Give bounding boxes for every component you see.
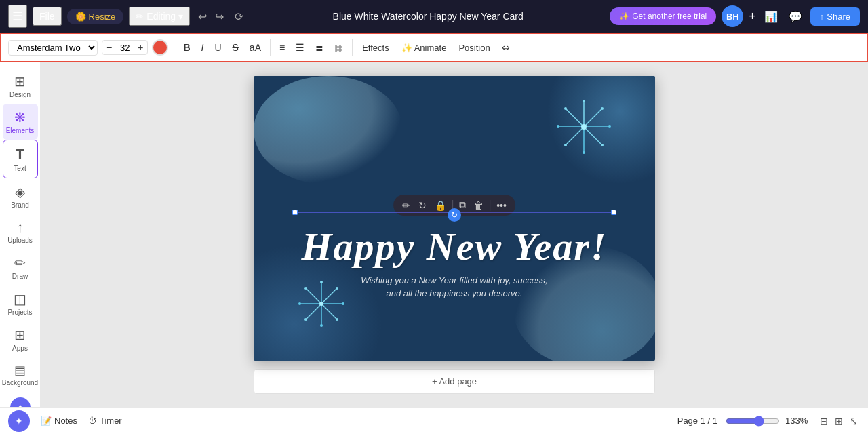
toolbar-separator-3: [352, 39, 353, 56]
menu-button[interactable]: ☰: [8, 5, 27, 28]
add-page-button[interactable]: + Add page: [254, 369, 655, 394]
transparency-button[interactable]: ▦: [331, 40, 347, 55]
svg-point-33: [319, 302, 323, 306]
italic-button[interactable]: I: [198, 40, 208, 55]
refresh-button[interactable]: ⟳: [232, 7, 246, 26]
canvas[interactable]: ✏ ↻ 🔒 ⧉ 🗑 •••: [254, 76, 655, 361]
star-icon: ✨: [619, 12, 629, 21]
sidebar-item-brand[interactable]: ◈ Brand: [3, 178, 38, 214]
magic-button-sidebar[interactable]: ✦: [3, 392, 38, 407]
svg-line-1: [584, 108, 602, 127]
svg-line-20: [321, 304, 337, 319]
sidebar-label-background: Background: [2, 379, 38, 387]
handle-left-mid[interactable]: [292, 210, 298, 215]
text-icon: T: [16, 146, 24, 163]
strikethrough-button[interactable]: S: [229, 40, 242, 55]
svg-point-15: [564, 107, 567, 110]
svg-point-28: [336, 318, 338, 321]
subtitle-line1: Wishing you a New Year filled with joy, …: [254, 274, 655, 288]
sparkle-icon: ✨: [401, 43, 412, 53]
effects-button[interactable]: Effects: [358, 41, 393, 55]
view-buttons: ⊟ ⊞ ⤡: [818, 414, 860, 429]
sidebar-item-background[interactable]: ▤ Background: [3, 357, 38, 392]
position-button[interactable]: Position: [454, 41, 494, 55]
text-toolbar: Amsterdam Two − + B I U S aA ≡ ☰ ≣ ▦ Eff…: [0, 33, 868, 62]
topbar-left: ☰ File 🌼 Resize ✏ Editing ▾ ↩ ↪ ⟳: [8, 5, 246, 28]
analytics-button[interactable]: 📊: [762, 7, 781, 26]
main-layout: ⊞ Design ❋ Elements T Text ◈ Brand ↑ Upl…: [0, 62, 868, 407]
align-left-button[interactable]: ≡: [276, 40, 288, 55]
avatar-button[interactable]: BH: [722, 5, 743, 27]
case-button[interactable]: aA: [246, 40, 264, 55]
list-ordered-button[interactable]: ≣: [312, 40, 327, 55]
canvas-wrapper: 🔒 ⧉ ⤡: [254, 76, 655, 394]
grid-view-button[interactable]: ⊟: [818, 414, 830, 429]
timer-button[interactable]: ⏱ Timer: [88, 416, 122, 426]
text-color-button[interactable]: [152, 39, 168, 56]
share-button[interactable]: ↑ Share: [810, 7, 860, 26]
sidebar-item-design[interactable]: ⊞ Design: [3, 68, 38, 104]
svg-point-10: [608, 125, 611, 128]
comment-button[interactable]: 💬: [786, 7, 805, 26]
magic-expand-button[interactable]: ✦: [8, 410, 30, 432]
bold-button[interactable]: B: [180, 40, 193, 55]
file-button[interactable]: File: [33, 7, 62, 26]
watercolor-top-left: [254, 76, 403, 184]
canvas-main-text[interactable]: Happy New Year! Wishing you a New Year f…: [254, 225, 655, 300]
timer-icon: ⏱: [88, 416, 97, 426]
sidebar-label-design: Design: [9, 91, 31, 98]
add-collaborator-button[interactable]: +: [749, 9, 756, 24]
topbar-right: ✨ Get another free trial BH + 📊 💬 ↑ Shar…: [610, 5, 860, 27]
ft-separator-2: [490, 200, 490, 211]
bottombar-left: ✦ 📝 Notes ⏱ Timer: [8, 410, 122, 432]
sidebar-item-draw[interactable]: ✏ Draw: [3, 250, 38, 285]
redo-button[interactable]: ↪: [212, 7, 226, 26]
sidebar-item-text[interactable]: T Text: [3, 140, 38, 178]
sidebar-item-projects[interactable]: ◫ Projects: [3, 285, 38, 321]
zoom-slider[interactable]: [726, 416, 780, 427]
ft-edit-button[interactable]: ✏: [399, 198, 414, 213]
page-indicator: Page 1 / 1: [677, 416, 717, 426]
editing-button[interactable]: ✏ Editing ▾: [129, 7, 190, 26]
svg-point-9: [601, 107, 604, 110]
top-bar: ☰ File 🌼 Resize ✏ Editing ▾ ↩ ↪ ⟳ Blue W…: [0, 0, 868, 33]
rotate-handle[interactable]: ↻: [448, 208, 461, 222]
free-trial-button[interactable]: ✨ Get another free trial: [610, 7, 716, 25]
sidebar-label-apps: Apps: [12, 344, 28, 352]
notes-button[interactable]: 📝 Notes: [41, 416, 77, 426]
zoom-control: 133%: [726, 416, 810, 427]
undo-button[interactable]: ↩: [195, 7, 210, 26]
projects-icon: ◫: [14, 291, 26, 307]
svg-point-27: [342, 302, 344, 305]
font-size-increase-button[interactable]: +: [136, 42, 144, 53]
slide-view-button[interactable]: ⊞: [833, 414, 845, 429]
ft-rotate-button[interactable]: ↻: [415, 198, 430, 213]
font-size-decrease-button[interactable]: −: [105, 42, 113, 53]
list-button[interactable]: ☰: [292, 40, 308, 55]
animate-button[interactable]: ✨ Animate: [397, 41, 451, 55]
sidebar-item-elements[interactable]: ❋ Elements: [3, 104, 38, 140]
magic-icon: ✦: [10, 397, 31, 407]
sidebar-label-projects: Projects: [7, 309, 32, 316]
resize-button[interactable]: 🌼 Resize: [67, 9, 124, 24]
brand-icon: ◈: [15, 184, 25, 200]
svg-line-7: [566, 108, 584, 127]
sidebar: ⊞ Design ❋ Elements T Text ◈ Brand ↑ Upl…: [0, 62, 41, 407]
uploads-icon: ↑: [17, 220, 24, 235]
zoom-percentage: 133%: [785, 416, 810, 426]
text-spacing-button[interactable]: ⇔: [498, 40, 513, 55]
document-title: Blue White Watercolor Happy New Year Car…: [252, 11, 604, 22]
font-family-selector[interactable]: Amsterdam Two: [8, 40, 98, 56]
happy-new-year-text[interactable]: Happy New Year!: [254, 225, 655, 269]
sidebar-item-uploads[interactable]: ↑ Uploads: [3, 214, 38, 250]
sidebar-label-brand: Brand: [11, 201, 29, 209]
canvas-area[interactable]: 🔒 ⧉ ⤡: [41, 62, 868, 407]
font-size-input[interactable]: [115, 43, 135, 53]
handle-right-mid[interactable]: [611, 210, 616, 215]
ft-lock-button[interactable]: 🔒: [431, 198, 450, 213]
ft-delete-button[interactable]: 🗑: [471, 198, 487, 213]
sidebar-item-apps[interactable]: ⊞ Apps: [3, 321, 38, 357]
underline-button[interactable]: U: [211, 40, 224, 55]
fullscreen-button[interactable]: ⤡: [848, 414, 860, 429]
ft-more-button[interactable]: •••: [493, 198, 510, 213]
